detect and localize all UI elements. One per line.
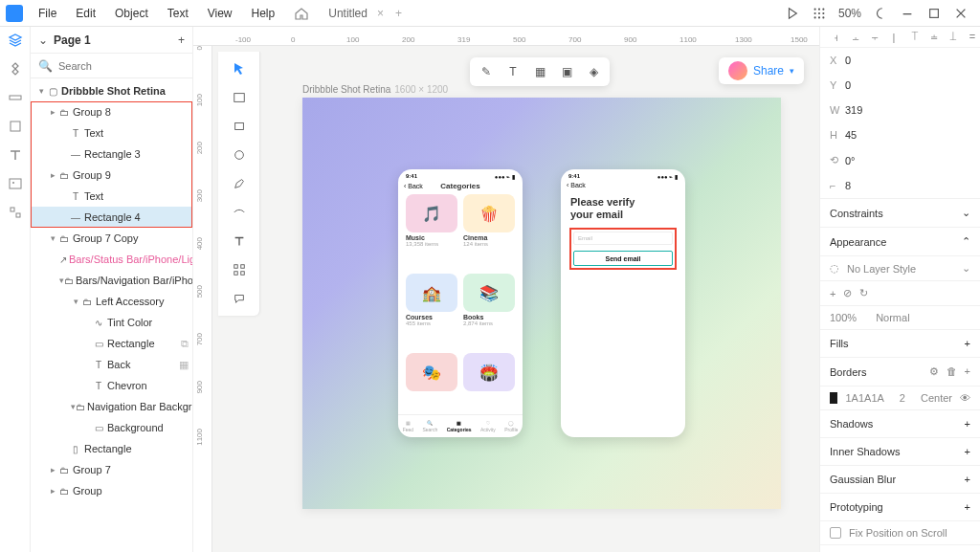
appearance-actions[interactable]: +⊘↻ xyxy=(820,281,980,306)
components-mode-icon[interactable] xyxy=(8,61,23,77)
send-email-button: Send email xyxy=(573,251,673,266)
theme-icon[interactable] xyxy=(873,6,888,21)
settings-icon[interactable]: ⚙ xyxy=(929,365,939,378)
layer-row[interactable]: —Rectangle 4 xyxy=(31,207,192,228)
rect-tool-icon[interactable] xyxy=(230,117,249,136)
menu-file[interactable]: File xyxy=(31,5,64,22)
layer-row[interactable]: TText xyxy=(31,186,192,207)
layer-row[interactable]: ▸🗀Group 7 xyxy=(31,459,192,480)
ellipse-tool-icon[interactable] xyxy=(230,145,249,165)
appearance-section[interactable]: Appearance⌃ xyxy=(820,228,980,256)
styles-mode-icon[interactable] xyxy=(8,205,23,220)
layer-row[interactable]: ▸🗀Group xyxy=(31,480,192,501)
layer-search-input[interactable] xyxy=(58,60,190,72)
group-icon[interactable]: ▣ xyxy=(558,63,575,80)
blur-section[interactable]: Gaussian Blur+ xyxy=(820,466,980,494)
layer-row[interactable]: TChevron xyxy=(31,375,192,396)
text-tool-icon[interactable] xyxy=(230,232,249,251)
selection-outline: Email Send email xyxy=(570,229,676,269)
zoom-level[interactable]: 50% xyxy=(838,7,861,20)
menu-object[interactable]: Object xyxy=(107,5,156,22)
layer-style-row[interactable]: ◌No Layer Style⌄ xyxy=(820,256,980,281)
pen-tool-icon[interactable] xyxy=(230,174,249,193)
border-swatch[interactable] xyxy=(830,392,837,404)
layer-row[interactable]: ▾🗀Left Accessory xyxy=(31,291,192,312)
play-icon[interactable] xyxy=(785,6,800,21)
window-max-icon[interactable] xyxy=(926,6,942,21)
home-icon[interactable] xyxy=(294,6,309,21)
pos-x[interactable]: 0 xyxy=(845,55,851,66)
pos-rot[interactable]: 0° xyxy=(845,155,856,166)
layer-row[interactable]: TBack▦ xyxy=(31,354,192,375)
layer-row[interactable]: —Rectangle 3 xyxy=(31,144,192,165)
artboard[interactable]: 9:41●●● ⌁ ▮ ‹ BackCategories 🎵Music13,35… xyxy=(302,98,781,509)
layer-row[interactable]: ↗Bars/Status Bar/iPhone/Light xyxy=(31,249,192,270)
doc-tab-close[interactable]: × xyxy=(377,7,384,20)
grid-icon[interactable] xyxy=(812,6,827,21)
layer-row[interactable]: ▭Background xyxy=(31,417,192,438)
svg-point-5 xyxy=(822,11,824,13)
menu-help[interactable]: Help xyxy=(244,5,283,22)
add-page-icon[interactable]: + xyxy=(178,33,185,47)
opacity-row[interactable]: 100%Normal xyxy=(820,306,980,330)
frame-tool-icon[interactable] xyxy=(230,88,249,107)
share-pill[interactable]: Share ▾ xyxy=(719,57,804,84)
layers-tree: ▾▢Dribbble Shot Retina▸🗀Group 8TText—Rec… xyxy=(31,78,192,552)
layer-row[interactable]: ▸🗀Group 8 xyxy=(31,101,192,122)
align-horizontal-group[interactable]: ⫞⫠⫟| xyxy=(830,32,901,43)
select-tool-icon[interactable] xyxy=(230,59,249,78)
chevron-down-icon: ▾ xyxy=(790,66,794,76)
layer-row[interactable]: ∿Tint Color xyxy=(31,312,192,333)
layer-row[interactable]: ▾▢Dribbble Shot Retina xyxy=(31,80,192,101)
image-mode-icon[interactable] xyxy=(8,176,23,191)
layer-row[interactable]: ▯Rectangle xyxy=(31,438,192,459)
artboard-label[interactable]: Dribbble Shot Retina1600 × 1200 xyxy=(302,84,448,95)
constraints-section[interactable]: Constraints⌄ xyxy=(820,199,980,228)
layer-order-icon[interactable]: ▦ xyxy=(531,63,548,80)
trash-icon[interactable]: 🗑 xyxy=(947,365,957,378)
comment-tool-icon[interactable] xyxy=(230,289,249,308)
layer-row[interactable]: ▭Rectangle⧉ xyxy=(31,333,192,354)
layer-row[interactable]: ▾🗀Navigation Bar Background xyxy=(31,396,192,417)
fixpos-row[interactable]: Fix Position on Scroll xyxy=(820,521,980,545)
align-vertical-group[interactable]: ⟙⫨⟘= xyxy=(908,31,979,43)
frame-mode-icon[interactable] xyxy=(8,119,23,134)
layer-row[interactable]: ▾🗀Group 7 Copy xyxy=(31,228,192,249)
app-logo[interactable] xyxy=(6,5,23,22)
prototyping-section[interactable]: Prototyping+ xyxy=(820,494,980,521)
border-row[interactable]: 1A1A1A 2 Center 👁 xyxy=(820,386,980,410)
borders-section[interactable]: Borders⚙🗑+ xyxy=(820,358,980,386)
layer-row[interactable]: ▾🗀Bars/Navigation Bar/iPhone... xyxy=(31,270,192,291)
layers-mode-icon[interactable] xyxy=(8,33,23,48)
component-icon[interactable]: ◈ xyxy=(585,63,602,80)
doc-tab-title[interactable]: Untitled xyxy=(321,5,375,22)
svg-point-14 xyxy=(12,182,14,184)
fills-section[interactable]: Fills+ xyxy=(820,330,980,358)
layer-row[interactable]: TText xyxy=(31,122,192,144)
menu-edit[interactable]: Edit xyxy=(68,5,103,22)
menu-text[interactable]: Text xyxy=(160,5,196,22)
pos-h[interactable]: 45 xyxy=(845,129,857,141)
text-icon[interactable]: T xyxy=(504,63,522,80)
page-name[interactable]: Page 1 xyxy=(54,33,178,47)
pos-radius[interactable]: 8 xyxy=(845,180,851,191)
export-section[interactable]: Export+ xyxy=(820,545,980,552)
doc-tab-add[interactable]: + xyxy=(395,7,402,20)
svg-point-4 xyxy=(818,11,820,13)
layer-row[interactable]: ▸🗀Group 9 xyxy=(31,165,192,186)
pos-w[interactable]: 319 xyxy=(845,104,862,116)
ruler-mode-icon[interactable] xyxy=(8,90,23,105)
window-min-icon[interactable] xyxy=(900,6,915,21)
pos-y[interactable]: 0 xyxy=(845,79,851,91)
shadows-section[interactable]: Shadows+ xyxy=(820,410,980,438)
apps-tool-icon[interactable] xyxy=(230,260,249,279)
visibility-icon[interactable]: 👁 xyxy=(960,392,970,404)
text-mode-icon[interactable] xyxy=(8,147,23,163)
menu-view[interactable]: View xyxy=(200,5,240,22)
inner-shadows-section[interactable]: Inner Shadows+ xyxy=(820,438,980,466)
pencil-tool-icon[interactable] xyxy=(230,203,249,222)
canvas-stage[interactable]: ✎ T ▦ ▣ ◈ Share ▾ Dribbble Shot Retina16… xyxy=(260,46,819,552)
edit-icon[interactable]: ✎ xyxy=(478,63,495,80)
window-close-icon[interactable] xyxy=(953,6,969,21)
page-chevron-icon[interactable]: ⌄ xyxy=(38,33,48,47)
